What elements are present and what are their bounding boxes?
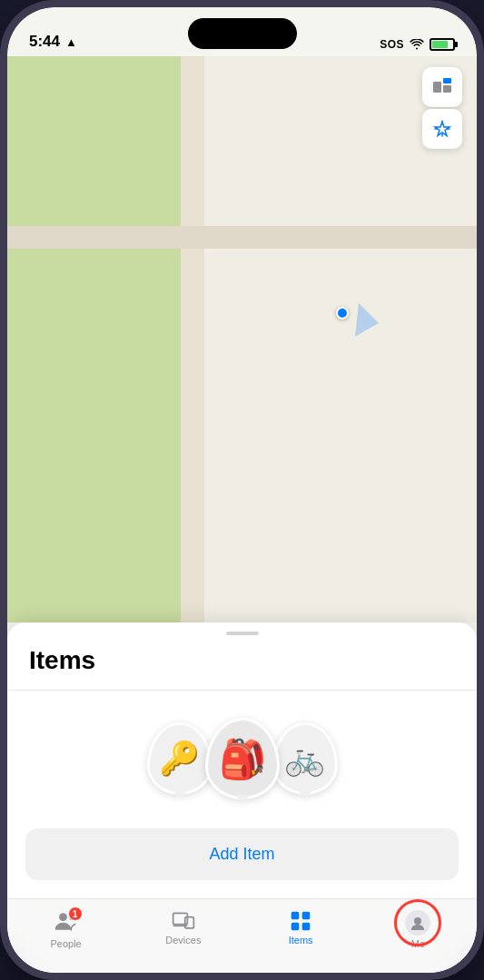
map-view-toggle-button[interactable] xyxy=(422,67,462,107)
wifi-icon xyxy=(410,39,424,50)
location-center-button[interactable] xyxy=(422,109,462,149)
sheet-title: Items xyxy=(7,635,477,690)
battery-icon xyxy=(430,38,455,51)
item-pin-backpack[interactable]: 🎒 xyxy=(205,718,280,799)
svg-rect-2 xyxy=(443,85,451,93)
map-green-zone xyxy=(7,56,185,622)
tab-items[interactable]: Items xyxy=(242,908,360,947)
tab-bar: 1 People Devices xyxy=(7,898,477,973)
item-pin-keys[interactable]: 🔑 xyxy=(147,722,212,795)
add-item-label: Add Item xyxy=(209,845,274,863)
map-road-vertical xyxy=(181,56,204,622)
svg-rect-1 xyxy=(443,78,451,83)
location-arrow-icon: ▲ xyxy=(65,35,77,49)
people-badge: 1 xyxy=(68,906,83,921)
svg-rect-8 xyxy=(291,912,300,920)
map-controls xyxy=(422,67,462,149)
status-time: 5:44 ▲ xyxy=(29,33,77,51)
me-icon-container xyxy=(405,910,430,936)
svg-point-3 xyxy=(59,913,67,921)
tab-people-label: People xyxy=(50,938,81,949)
backpack-emoji: 🎒 xyxy=(219,737,266,781)
sos-indicator: SOS xyxy=(380,38,404,51)
map-view[interactable] xyxy=(7,56,477,622)
map-road-horizontal-1 xyxy=(7,226,477,249)
phone-screen: 5:44 ▲ SOS xyxy=(7,7,477,973)
items-icon xyxy=(288,910,313,932)
bike-emoji: 🚲 xyxy=(284,740,325,778)
keys-emoji: 🔑 xyxy=(159,740,200,778)
me-highlight-ring xyxy=(394,899,441,946)
item-pin-bike[interactable]: 🚲 xyxy=(272,722,338,795)
svg-rect-10 xyxy=(291,923,300,931)
time-display: 5:44 xyxy=(29,33,60,51)
devices-icon xyxy=(171,910,196,932)
battery-fill xyxy=(432,41,448,48)
phone-frame: 5:44 ▲ SOS xyxy=(0,0,484,980)
tab-people[interactable]: 1 People xyxy=(7,908,124,951)
items-cluster: 🔑 🎒 🚲 xyxy=(7,691,477,821)
svg-rect-0 xyxy=(433,82,441,93)
user-location-dot xyxy=(335,306,350,320)
dynamic-island xyxy=(188,18,297,49)
tab-me[interactable]: Me xyxy=(360,908,477,951)
svg-rect-9 xyxy=(302,912,311,920)
svg-rect-11 xyxy=(302,923,311,931)
map-background xyxy=(7,56,477,622)
status-indicators: SOS xyxy=(380,38,455,51)
tab-items-label: Items xyxy=(289,935,313,946)
add-item-button[interactable]: Add Item xyxy=(25,828,459,880)
bottom-sheet: Items 🔑 🎒 🚲 Add Item xyxy=(7,622,477,898)
tab-devices-label: Devices xyxy=(165,935,201,946)
tab-devices[interactable]: Devices xyxy=(124,908,242,947)
location-dot-circle xyxy=(336,307,349,319)
